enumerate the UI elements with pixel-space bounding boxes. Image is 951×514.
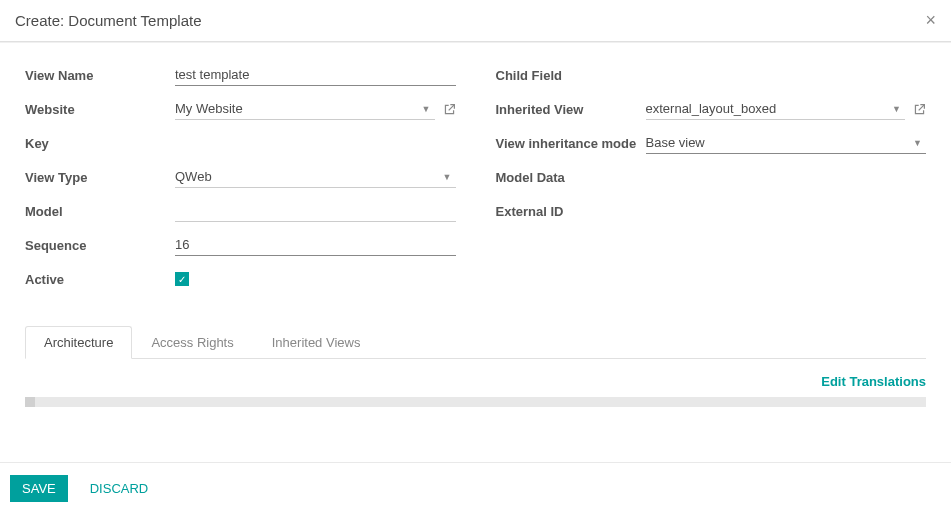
active-label: Active	[25, 272, 175, 287]
dropdown-caret-icon[interactable]: ▼	[439, 172, 456, 182]
dropdown-caret-icon[interactable]: ▼	[418, 104, 435, 114]
website-label: Website	[25, 102, 175, 117]
save-button[interactable]: SAVE	[10, 475, 68, 502]
discard-button[interactable]: DISCARD	[80, 475, 159, 502]
close-icon[interactable]: ×	[925, 10, 936, 31]
inherited-view-label: Inherited View	[496, 102, 646, 117]
external-link-icon[interactable]	[443, 103, 456, 116]
key-label: Key	[25, 136, 175, 151]
model-data-label: Model Data	[496, 170, 646, 185]
view-type-label: View Type	[25, 170, 175, 185]
external-id-label: External ID	[496, 204, 646, 219]
inherited-view-input[interactable]	[646, 98, 889, 119]
model-input[interactable]	[175, 200, 456, 222]
view-name-label: View Name	[25, 68, 175, 83]
tab-architecture[interactable]: Architecture	[25, 326, 132, 359]
key-input[interactable]	[175, 133, 456, 154]
dropdown-caret-icon[interactable]: ▼	[909, 138, 926, 148]
view-inheritance-mode-label: View inheritance mode	[496, 136, 646, 151]
sequence-label: Sequence	[25, 238, 175, 253]
website-input[interactable]	[175, 98, 418, 119]
view-name-input[interactable]	[175, 64, 456, 86]
edit-translations-link[interactable]: Edit Translations	[25, 374, 926, 389]
tab-inherited-views[interactable]: Inherited Views	[253, 326, 380, 359]
code-editor[interactable]	[25, 397, 926, 407]
tab-access-rights[interactable]: Access Rights	[132, 326, 252, 359]
dropdown-caret-icon[interactable]: ▼	[888, 104, 905, 114]
modal-title: Create: Document Template	[15, 12, 201, 29]
view-inheritance-mode-input[interactable]	[646, 132, 910, 153]
external-link-icon[interactable]	[913, 103, 926, 116]
child-field-label: Child Field	[496, 68, 646, 83]
view-type-input[interactable]	[175, 166, 439, 187]
model-label: Model	[25, 204, 175, 219]
sequence-input[interactable]	[175, 234, 456, 256]
active-checkbox[interactable]: ✓	[175, 272, 189, 286]
